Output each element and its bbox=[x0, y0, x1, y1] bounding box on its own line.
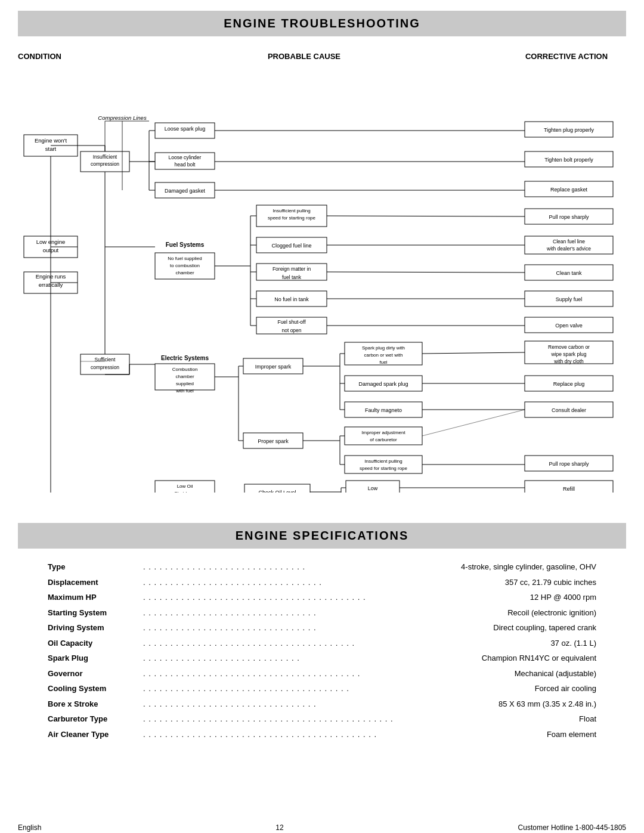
svg-text:compression: compression bbox=[91, 161, 119, 167]
spec-label: Air Cleaner Type bbox=[48, 729, 143, 741]
spec-label: Bore x Stroke bbox=[48, 698, 143, 710]
svg-text:Clean tank: Clean tank bbox=[556, 270, 582, 276]
spec-value: 85 X 63 mm (3.35 x 2.48 in.) bbox=[499, 698, 596, 710]
specs-table: Type . . . . . . . . . . . . . . . . . .… bbox=[48, 559, 596, 742]
svg-text:Pull rope sharply: Pull rope sharply bbox=[549, 214, 589, 220]
svg-text:Supply fuel: Supply fuel bbox=[556, 296, 583, 302]
svg-line-125 bbox=[422, 352, 525, 354]
svg-line-80 bbox=[327, 272, 525, 272]
svg-text:Remove carbon or: Remove carbon or bbox=[548, 344, 590, 350]
diagram-area: CONDITION PROBABLE CAUSE CORRECTIVE ACTI… bbox=[18, 47, 626, 512]
spec-label: Governor bbox=[48, 668, 143, 680]
spec-row: Governor . . . . . . . . . . . . . . . .… bbox=[48, 666, 596, 682]
svg-text:Faulty magneto: Faulty magneto bbox=[365, 407, 402, 413]
spec-value: 4-stroke, single cylinder, gasoline, OHV bbox=[461, 561, 596, 573]
svg-text:not open: not open bbox=[281, 327, 301, 333]
footer-page-number: 12 bbox=[41, 823, 518, 832]
svg-text:with dealer's advice: with dealer's advice bbox=[546, 246, 591, 252]
svg-text:Spark plug dirty with: Spark plug dirty with bbox=[362, 345, 405, 351]
svg-text:Electric Systems: Electric Systems bbox=[161, 355, 209, 361]
footer-language: English bbox=[18, 823, 41, 832]
spec-dots: . . . . . . . . . . . . . . . . . . . . … bbox=[143, 577, 505, 589]
svg-text:Damaged gasket: Damaged gasket bbox=[165, 188, 206, 194]
svg-text:Fuel Systems: Fuel Systems bbox=[166, 241, 205, 248]
svg-text:Replace plug: Replace plug bbox=[553, 381, 585, 387]
spec-label: Spark Plug bbox=[48, 652, 143, 664]
svg-text:head bolt: head bolt bbox=[175, 162, 196, 168]
svg-text:Damaged spark plug: Damaged spark plug bbox=[358, 381, 408, 387]
svg-text:to combustion: to combustion bbox=[170, 263, 200, 268]
spec-row: Air Cleaner Type . . . . . . . . . . . .… bbox=[48, 727, 596, 742]
svg-text:No fuel in tank: No fuel in tank bbox=[274, 296, 309, 302]
condition-header: CONDITION bbox=[18, 52, 101, 61]
column-headers: CONDITION PROBABLE CAUSE CORRECTIVE ACTI… bbox=[18, 47, 626, 63]
spec-dots: . . . . . . . . . . . . . . . . . . . . … bbox=[143, 729, 547, 741]
spec-value: Mechanical (adjustable) bbox=[515, 668, 596, 680]
svg-text:Improper adjustment: Improper adjustment bbox=[361, 430, 405, 435]
spec-value: Foam element bbox=[547, 729, 596, 741]
svg-text:supplied: supplied bbox=[176, 381, 194, 386]
spec-label: Oil Capacity bbox=[48, 637, 143, 649]
svg-text:Low Oil: Low Oil bbox=[177, 484, 193, 489]
svg-text:speed for starting rope: speed for starting rope bbox=[268, 215, 316, 221]
spec-dots: . . . . . . . . . . . . . . . . . . . . … bbox=[143, 698, 499, 710]
svg-text:chamber: chamber bbox=[175, 374, 194, 379]
svg-text:with dry cloth: with dry cloth bbox=[553, 358, 584, 364]
spec-row: Starting System . . . . . . . . . . . . … bbox=[48, 605, 596, 621]
spec-dots: . . . . . . . . . . . . . . . . . . . . … bbox=[143, 592, 530, 603]
svg-text:Combustion: Combustion bbox=[172, 367, 198, 372]
svg-text:Engine won't: Engine won't bbox=[35, 137, 67, 144]
specs-header: ENGINE SPECIFICATIONS bbox=[18, 523, 626, 549]
spec-value: 357 cc, 21.79 cubic inches bbox=[505, 577, 596, 589]
spec-row: Carburetor Type . . . . . . . . . . . . … bbox=[48, 711, 596, 727]
spec-dots: . . . . . . . . . . . . . . . . . . . . … bbox=[143, 683, 535, 695]
specs-title: ENGINE SPECIFICATIONS bbox=[18, 529, 626, 543]
svg-text:with fuel: with fuel bbox=[175, 388, 194, 394]
spec-dots: . . . . . . . . . . . . . . . . . . . . … bbox=[143, 668, 515, 680]
spec-value: Champion RN14YC or equivalent bbox=[482, 652, 596, 664]
probable-header: PROBABLE CAUSE bbox=[101, 52, 507, 61]
svg-text:Insufficient pulling: Insufficient pulling bbox=[273, 208, 310, 213]
spec-row: Type . . . . . . . . . . . . . . . . . .… bbox=[48, 559, 596, 575]
svg-text:Proper spark: Proper spark bbox=[258, 438, 289, 444]
spec-dots: . . . . . . . . . . . . . . . . . . . . … bbox=[143, 561, 461, 573]
svg-text:Tighten plug properly: Tighten plug properly bbox=[544, 127, 595, 133]
svg-text:Improper spark: Improper spark bbox=[255, 364, 292, 370]
svg-text:Shutdown: Shutdown bbox=[174, 491, 196, 493]
svg-text:Sufficient: Sufficient bbox=[95, 357, 116, 363]
svg-text:speed for starting rope: speed for starting rope bbox=[360, 466, 408, 471]
svg-text:Pull rope sharply: Pull rope sharply bbox=[549, 461, 589, 467]
spec-row: Displacement . . . . . . . . . . . . . .… bbox=[48, 575, 596, 590]
svg-line-73 bbox=[327, 216, 525, 216]
svg-text:Foreign matter in: Foreign matter in bbox=[273, 266, 311, 272]
spec-label: Starting System bbox=[48, 607, 143, 619]
spec-label: Maximum HP bbox=[48, 592, 143, 603]
svg-text:Clean fuel line: Clean fuel line bbox=[553, 239, 585, 244]
svg-text:Open valve: Open valve bbox=[555, 323, 583, 329]
corrective-header: CORRECTIVE ACTION bbox=[507, 52, 626, 61]
svg-line-142 bbox=[422, 410, 525, 436]
svg-text:No fuel supplied: No fuel supplied bbox=[168, 256, 202, 261]
svg-text:Fuel shut-off: Fuel shut-off bbox=[277, 319, 306, 325]
spec-dots: . . . . . . . . . . . . . . . . . . . . … bbox=[143, 637, 550, 649]
flowchart-svg: Engine won't start Low engine output Eng… bbox=[18, 63, 626, 493]
spec-label: Type bbox=[48, 561, 143, 573]
svg-text:Insufficient: Insufficient bbox=[93, 154, 117, 160]
svg-text:carbon or wet with: carbon or wet with bbox=[364, 352, 403, 358]
spec-value: Float bbox=[579, 713, 596, 725]
spec-row: Oil Capacity . . . . . . . . . . . . . .… bbox=[48, 636, 596, 651]
spec-dots: . . . . . . . . . . . . . . . . . . . . … bbox=[143, 622, 493, 634]
troubleshooting-title: ENGINE TROUBLESHOOTING bbox=[18, 17, 626, 30]
spec-value: Direct coupling, tapered crank bbox=[493, 622, 596, 634]
svg-text:Compression Lines: Compression Lines bbox=[98, 114, 147, 121]
spec-row: Maximum HP . . . . . . . . . . . . . . .… bbox=[48, 590, 596, 605]
footer-hotline: Customer Hotline 1-800-445-1805 bbox=[518, 823, 626, 832]
svg-text:Loose cylinder: Loose cylinder bbox=[169, 154, 202, 160]
svg-text:chamber: chamber bbox=[175, 270, 194, 275]
spec-dots: . . . . . . . . . . . . . . . . . . . . … bbox=[143, 652, 482, 664]
svg-text:compression: compression bbox=[91, 364, 119, 370]
spec-dots: . . . . . . . . . . . . . . . . . . . . … bbox=[143, 713, 579, 725]
svg-text:Low: Low bbox=[368, 485, 378, 491]
troubleshooting-header: ENGINE TROUBLESHOOTING bbox=[18, 11, 626, 36]
svg-text:Insufficient pulling: Insufficient pulling bbox=[364, 459, 402, 464]
